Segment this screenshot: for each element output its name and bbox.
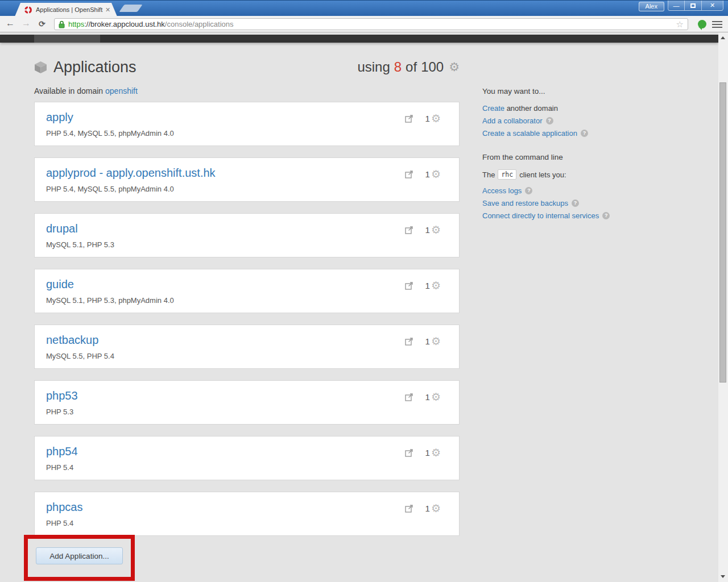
- application-card-applyprod: applyprod - apply.openshift.ust.hk PHP 5…: [34, 157, 460, 202]
- card-icons: 1 ⚙: [405, 336, 441, 347]
- scrollbar-thumb[interactable]: [719, 82, 726, 383]
- maximize-button[interactable]: [685, 1, 702, 11]
- console-top-nav-remnant: [0, 35, 718, 43]
- create-domain-rest: another domain: [504, 104, 558, 113]
- internal-services-link[interactable]: Connect directly to internal services: [482, 211, 599, 220]
- domain-line: Available in domain openshift: [34, 86, 460, 95]
- domain-link[interactable]: openshift: [105, 86, 138, 95]
- help-sidebar: You may want to... Create another domain…: [482, 87, 710, 222]
- help-icon[interactable]: ?: [581, 130, 588, 137]
- gear-icon: ⚙: [431, 169, 441, 180]
- app-cartridges: MySQL 5.1, PHP 5.3, phpMyAdmin 4.0: [46, 296, 448, 305]
- app-name-link[interactable]: php53: [46, 389, 78, 402]
- suggestions-heading: You may want to...: [482, 87, 710, 95]
- gear-icon: ⚙: [431, 336, 441, 347]
- reload-icon[interactable]: ⟳: [39, 19, 46, 28]
- url-scheme: https: [68, 20, 84, 28]
- usage-gear-icon[interactable]: ⚙: [449, 60, 460, 74]
- usage-indicator: using 8 of 100 ⚙: [353, 59, 460, 75]
- padlock-icon: [59, 20, 65, 28]
- tab-close-icon[interactable]: ✕: [105, 6, 110, 14]
- cli-section: From the command line The rhc client let…: [482, 153, 710, 222]
- gear-icon: ⚙: [431, 225, 441, 235]
- cli-intro-post: client lets you:: [519, 171, 566, 179]
- external-link-icon[interactable]: [405, 282, 413, 290]
- window-controls: — ✕: [668, 1, 723, 11]
- browser-tab[interactable]: Applications | OpenShift E ✕: [15, 3, 117, 16]
- scalable-application-link[interactable]: Create a scalable application: [482, 129, 577, 138]
- app-name-link[interactable]: phpcas: [46, 501, 83, 513]
- app-cartridges: PHP 5.3: [46, 408, 448, 416]
- app-cartridges: MySQL 5.5, PHP 5.4: [46, 352, 448, 360]
- minimize-button[interactable]: —: [668, 1, 685, 11]
- vertical-scrollbar[interactable]: [718, 32, 728, 582]
- app-name-link[interactable]: applyprod - apply.openshift.ust.hk: [46, 167, 216, 179]
- create-domain-link[interactable]: Create: [482, 104, 504, 113]
- app-name-link[interactable]: drupal: [46, 222, 78, 235]
- application-card-phpcas: phpcas PHP 5.4 1 ⚙: [34, 492, 460, 536]
- cli-internal-services: Connect directly to internal services ?: [482, 209, 710, 222]
- usage-of: of: [406, 59, 417, 75]
- cli-access-logs: Access logs ?: [482, 184, 710, 197]
- new-tab-button[interactable]: [119, 5, 142, 12]
- external-link-icon[interactable]: [405, 505, 413, 513]
- app-cartridges: PHP 5.4: [46, 519, 448, 527]
- gear-count: 1: [425, 225, 430, 235]
- page-viewport: Applications using 8 of 100 ⚙ Available …: [0, 32, 718, 582]
- help-icon[interactable]: ?: [546, 117, 553, 124]
- extension-balloon-icon[interactable]: [698, 20, 706, 28]
- application-card-guide: guide MySQL 5.1, PHP 5.3, phpMyAdmin 4.0…: [34, 269, 460, 313]
- app-name-link[interactable]: guide: [46, 278, 74, 290]
- external-link-icon[interactable]: [405, 226, 413, 234]
- external-link-icon[interactable]: [405, 449, 413, 457]
- bookmark-star-icon[interactable]: ☆: [676, 20, 684, 28]
- suggestion-create-domain: Create another domain: [482, 102, 710, 114]
- backups-link[interactable]: Save and restore backups: [482, 199, 568, 207]
- app-name-link[interactable]: apply: [46, 111, 73, 123]
- external-link-icon[interactable]: [405, 171, 413, 178]
- card-icons: 1 ⚙: [405, 392, 441, 402]
- external-link-icon[interactable]: [405, 338, 413, 346]
- help-icon[interactable]: ?: [572, 199, 579, 207]
- back-icon[interactable]: ←: [6, 18, 15, 28]
- app-name-link[interactable]: netbackup: [46, 334, 98, 346]
- application-card-netbackup: netbackup MySQL 5.5, PHP 5.4 1 ⚙: [34, 325, 460, 369]
- domain-label: Available in domain: [34, 86, 105, 95]
- application-card-apply: apply PHP 5.4, MySQL 5.5, phpMyAdmin 4.0…: [34, 102, 460, 146]
- access-logs-link[interactable]: Access logs: [482, 186, 522, 195]
- external-link-icon[interactable]: [405, 393, 413, 401]
- browser-menu-icon[interactable]: [712, 21, 722, 30]
- card-icons: 1 ⚙: [405, 169, 441, 180]
- help-icon[interactable]: ?: [525, 187, 532, 194]
- gear-icon: ⚙: [431, 280, 441, 291]
- usage-total: 100: [421, 59, 444, 75]
- add-collaborator-link[interactable]: Add a collaborator: [482, 117, 543, 125]
- cube-icon: [34, 61, 47, 74]
- maximize-icon: [690, 3, 696, 8]
- url-host: ://broker.appcloud.ust.hk: [84, 20, 165, 28]
- app-cartridges: PHP 5.4, MySQL 5.5, phpMyAdmin 4.0: [46, 185, 448, 193]
- add-application-button[interactable]: Add Application...: [36, 547, 123, 564]
- forward-icon[interactable]: →: [22, 18, 31, 28]
- app-cartridges: PHP 5.4, MySQL 5.5, phpMyAdmin 4.0: [46, 129, 448, 138]
- app-name-link[interactable]: php54: [46, 445, 78, 458]
- cli-backups: Save and restore backups ?: [482, 197, 710, 209]
- scroll-up-icon[interactable]: [721, 36, 725, 39]
- cli-heading: From the command line: [482, 153, 710, 161]
- url-path: /console/applications: [165, 20, 234, 28]
- scroll-down-icon[interactable]: [721, 575, 725, 578]
- browser-user-button[interactable]: Alex: [639, 2, 664, 11]
- address-bar[interactable]: https://broker.appcloud.ust.hk/console/a…: [54, 18, 688, 30]
- help-icon[interactable]: ?: [602, 212, 610, 219]
- external-link-icon[interactable]: [405, 115, 413, 123]
- suggestion-add-collaborator: Add a collaborator ?: [482, 114, 710, 127]
- usage-prefix: using: [357, 59, 390, 75]
- close-button[interactable]: ✕: [702, 1, 723, 11]
- gear-icon: ⚙: [431, 503, 441, 514]
- tab-title: Applications | OpenShift E: [36, 6, 103, 13]
- applications-main: Applications using 8 of 100 ⚙ Available …: [34, 55, 460, 547]
- gear-count: 1: [425, 448, 430, 458]
- card-icons: 1 ⚙: [405, 113, 441, 124]
- gear-count: 1: [425, 504, 430, 513]
- card-icons: 1 ⚙: [405, 280, 441, 291]
